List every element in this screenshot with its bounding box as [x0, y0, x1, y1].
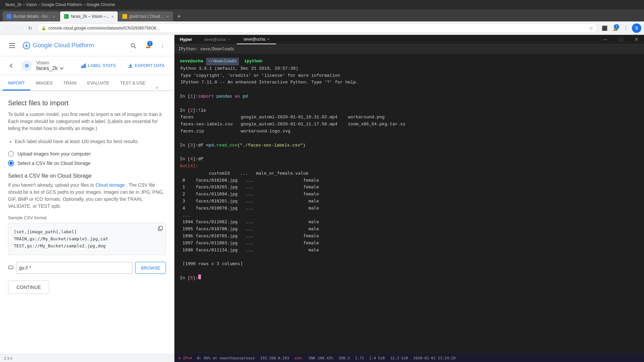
bookmark-icon[interactable]: ☆ — [589, 25, 593, 31]
tab-close-1[interactable]: ✕ — [53, 15, 55, 18]
storage-icon — [8, 264, 13, 271]
export-data-button[interactable]: EXPORT DATA — [124, 61, 169, 70]
df-row-1998: 1998 faces/011134.jpg ... male — [182, 247, 639, 254]
tab-close-2[interactable]: ✕ — [111, 15, 114, 18]
gcp-more-button[interactable]: ⋮ — [157, 40, 169, 52]
ipv4-status: ≡ IPv4 — [178, 356, 192, 360]
df-ellipsis: ... — [182, 212, 639, 219]
csv-label: Select a CSV file on Cloud Storage — [17, 161, 91, 166]
terminal-body[interactable]: seve@ucha ~/downloads ipython Python 3.8… — [174, 54, 644, 354]
df-row-3: 3 faces/010201.jpg ... male — [182, 198, 639, 205]
nav-tabs: IMPORT IMAGES TRAIN EVALUATE TEST & USE … — [0, 75, 174, 91]
tab-favicon-1 — [7, 14, 11, 19]
sample-format-label: Sample CSV format — [8, 215, 166, 220]
continue-button[interactable]: CONTINUE — [8, 281, 49, 294]
search-button[interactable] — [127, 40, 139, 52]
prompt-directory: ~/downloads — [206, 58, 239, 65]
network-interface: enm: — [294, 356, 304, 360]
new-tab-button[interactable]: + — [174, 11, 184, 21]
svg-line-5 — [134, 47, 136, 48]
svg-rect-11 — [85, 63, 86, 68]
gcp-logo: Google Cloud Platform — [23, 42, 94, 49]
ipython-version-line: IPython 7.11.0 -- An enhanced Interactiv… — [180, 79, 639, 86]
close-button[interactable]: ✕ — [629, 35, 644, 44]
bullet-item-1: Each label should have at least 100 imag… — [15, 139, 166, 144]
wifi-status: W: 86% at smootheyesplease — [197, 356, 255, 360]
cell-4-out-label: Out[4]: — [180, 163, 639, 170]
tab-images[interactable]: IMAGES — [30, 76, 58, 90]
gs-input-row: BROWSE — [8, 262, 166, 274]
df-row-1: 1 faces/010265.jpg ... female — [182, 184, 639, 191]
main-split: Google Cloud Platform 🔔 2 ⋮ Vision fa — [0, 35, 644, 362]
python-copyright-line: Type 'copyright', 'credits' or 'license'… — [180, 72, 639, 79]
hyper-tabs: seve@ucha: ~ seve@ucha: ~ — [198, 35, 598, 44]
cell-2-input: In [2]: !ls — [180, 107, 639, 114]
tabs-more-button[interactable]: › — [151, 84, 163, 90]
forward-button[interactable]: → — [14, 23, 23, 33]
vision-header: Vision faces_2k LABEL STATS EXPORT DATA — [0, 56, 174, 75]
browser-tab-2[interactable]: faces_2k – Vision –... ✕ — [60, 11, 118, 21]
more-button[interactable]: ⋮ — [621, 23, 631, 33]
code-line-3: TEST,gs://My_Bucket/sample2.jpg,dog — [14, 243, 160, 250]
browser-chrome: faces_2k – Vision – Google Cloud Platfor… — [0, 0, 644, 35]
csv-section-title: Select a CSV file on Cloud Storage — [8, 173, 166, 179]
csv-radio[interactable] — [8, 160, 14, 166]
upload-label: Upload images from your computer — [17, 151, 91, 157]
python-version-line: Python 3.8.1 (default, Dec 21 2019, 20:5… — [180, 65, 639, 72]
vision-title-group: Vision faces_2k — [36, 60, 73, 71]
copy-code-button[interactable] — [158, 226, 163, 234]
browser-tab-3[interactable]: gsutil tool | Cloud ... ✕ — [118, 11, 173, 21]
extensions-button[interactable]: ⬛ — [600, 23, 609, 33]
upload-radio[interactable] — [8, 151, 14, 157]
terminal-panel: Hyper seve@ucha: ~ seve@ucha: ~ ─ □ ✕ IP… — [174, 35, 644, 362]
notifications-gcp-button[interactable]: 🔔 2 — [143, 41, 153, 50]
tab-label-1: Bucket details - Go... — [13, 14, 51, 19]
tab-train[interactable]: TRAIN — [58, 76, 82, 90]
csv-option[interactable]: Select a CSV file on Cloud Storage — [8, 160, 166, 166]
maximize-button[interactable]: □ — [613, 35, 629, 44]
svg-rect-10 — [84, 64, 85, 68]
minimize-button[interactable]: ─ — [598, 35, 613, 44]
cloud-storage-link[interactable]: Cloud storage — [96, 182, 125, 188]
upload-option[interactable]: Upload images from your computer — [8, 151, 166, 157]
browse-button[interactable]: BROWSE — [135, 262, 166, 274]
gs-path-input[interactable] — [16, 262, 132, 274]
tab-test-use[interactable]: TEST & USE — [115, 76, 151, 90]
reload-button[interactable]: ↻ — [25, 23, 35, 33]
dataset-name: faces_2k — [36, 65, 73, 71]
svg-rect-1 — [9, 45, 15, 46]
code-line-1: [set,]image_path[,label] — [14, 229, 160, 236]
df-footer: [1999 rows x 3 columns] — [182, 260, 639, 267]
stat-1: 200.3 — [338, 356, 350, 360]
address-bar[interactable]: 🔒 console.cloud.google.com/vision/datase… — [37, 23, 598, 33]
user-avatar[interactable]: S — [632, 23, 641, 33]
svg-rect-9 — [83, 65, 84, 68]
df-row-2: 2 faces/011094.jpg ... female — [182, 191, 639, 198]
tab-label-3: gsutil tool | Cloud ... — [129, 14, 164, 19]
tab-import[interactable]: IMPORT — [3, 76, 30, 90]
notification-badge: 2 — [614, 24, 619, 29]
back-to-vision-button[interactable] — [5, 60, 17, 72]
menu-button[interactable] — [5, 39, 19, 52]
browser-tab-1[interactable]: Bucket details - Go... ✕ — [3, 11, 59, 21]
vision-actions: LABEL STATS EXPORT DATA — [77, 61, 169, 70]
gcp-notification-badge: 2 — [147, 41, 153, 46]
code-line-2: TRAIN,gs://My_Bucket/sample1.jpg,cat — [14, 236, 160, 243]
df-row-1995: 1995 faces/010700.jpg ... male — [182, 226, 639, 233]
label-stats-button[interactable]: LABEL STATS — [77, 61, 120, 70]
ls-output-3: faces.zip workaround-logo.svg — [180, 128, 639, 135]
back-button[interactable]: ← — [3, 23, 12, 33]
datetime: 2020-01-01 11:24:20 — [413, 356, 455, 360]
gcp-logo-text: Google Cloud Platform — [33, 42, 94, 49]
import-options: Upload images from your computer Select … — [8, 151, 166, 166]
prompt-command: ipython — [241, 58, 262, 65]
ip-address: 192.168.0.203 — [260, 356, 289, 360]
notifications-button[interactable]: 🔔 2 — [610, 23, 620, 33]
title-bar: faces_2k – Vision – Google Cloud Platfor… — [0, 0, 644, 9]
status-text: 2 3 4 — [4, 356, 12, 360]
tab-evaluate[interactable]: EVALUATE — [82, 76, 115, 90]
tab-close-3[interactable]: ✕ — [166, 15, 169, 18]
hyper-tab-1[interactable]: seve@ucha: ~ — [198, 35, 237, 44]
hyper-tab-2[interactable]: seve@ucha: ~ — [237, 35, 276, 44]
lock-icon: 🔒 — [41, 26, 46, 31]
